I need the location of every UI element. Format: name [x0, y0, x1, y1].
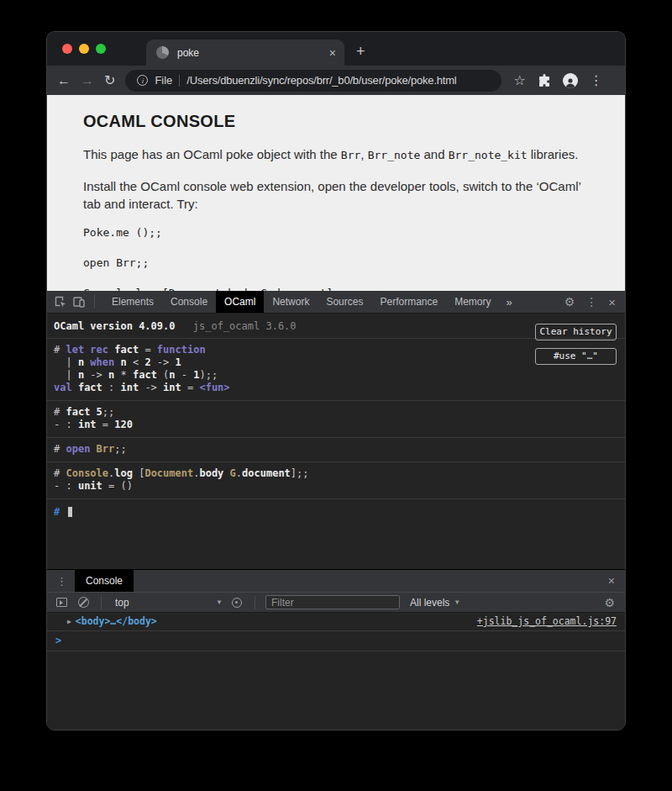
console-drawer: ⋮ Console × top ▼ All levels ▼ ⚙ ▶ <b	[47, 569, 625, 730]
console-messages: ▶ <body>…</body> +jslib_js_of_ocaml.js:9…	[47, 613, 625, 730]
toolbar-divider	[101, 596, 102, 609]
ocaml-version: OCaml version 4.09.0	[54, 320, 176, 332]
inspect-element-icon[interactable]	[54, 295, 67, 308]
context-label: top	[115, 597, 129, 609]
console-message-row[interactable]: ▶ <body>…</body> +jslib_js_of_ocaml.js:9…	[47, 613, 625, 631]
navbar-right: ☆ ⋮	[513, 73, 602, 88]
browser-titlebar: poke × +	[47, 32, 625, 66]
message-source-link[interactable]: +jslib_js_of_ocaml.js:97	[477, 615, 617, 627]
clear-console-icon[interactable]	[76, 595, 91, 610]
traffic-lights	[47, 32, 121, 66]
tab-ocaml[interactable]: OCaml	[216, 291, 264, 313]
device-toolbar-icon[interactable]	[72, 295, 86, 308]
console-settings-gear-icon[interactable]: ⚙	[604, 596, 618, 609]
tab-title: poke	[177, 47, 329, 59]
maximize-window-button[interactable]	[96, 44, 106, 54]
ocaml-input-line[interactable]: #	[47, 499, 625, 525]
live-expression-eye-icon[interactable]	[229, 595, 244, 610]
page-title: OCAML CONSOLE	[83, 112, 591, 131]
devtools-menu-dots-icon[interactable]: ⋮	[585, 296, 597, 308]
expand-triangle-icon[interactable]: ▶	[67, 618, 71, 625]
tab-console[interactable]: Console	[162, 291, 216, 313]
code-line: - : int = 120	[54, 419, 618, 431]
back-icon[interactable]: ←	[57, 74, 71, 87]
settings-gear-icon[interactable]: ⚙	[564, 296, 575, 308]
tab-elements[interactable]: Elements	[103, 291, 162, 313]
log-levels-label: All levels	[410, 597, 449, 609]
tab-performance[interactable]: Performance	[371, 291, 446, 313]
example-code-line: open Brr;;	[83, 256, 591, 269]
page-info-icon[interactable]: i	[137, 75, 148, 86]
filter-input[interactable]	[265, 595, 400, 609]
ocaml-prompt: #	[54, 506, 66, 518]
extensions-puzzle-icon[interactable]	[538, 74, 551, 87]
toolbar-divider	[255, 596, 255, 609]
address-url[interactable]: /Users/dbuenzli/sync/repos/brr/_b0/b/use…	[186, 74, 456, 87]
code-line: # let rec fact = function	[54, 344, 618, 356]
code-line: # Console.log [Document.body G.document]…	[54, 467, 618, 480]
devtools-close-icon[interactable]: ×	[608, 296, 616, 308]
intro-paragraph: This page has an OCaml poke object with …	[83, 145, 591, 164]
new-tab-button[interactable]: +	[356, 43, 365, 61]
console-prompt-icon: >	[55, 635, 61, 646]
minimize-window-button[interactable]	[79, 44, 89, 54]
code-line: | n when n < 2 -> 1	[54, 356, 618, 369]
drawer-close-icon[interactable]: ×	[608, 570, 625, 592]
drawer-tabrow: ⋮ Console ×	[47, 570, 625, 592]
tab-favicon-icon	[156, 46, 169, 59]
code-line: # fact 5;;	[54, 406, 618, 419]
drawer-tab-console[interactable]: Console	[75, 570, 134, 592]
address-scheme: File	[155, 74, 172, 87]
browser-tab[interactable]: poke ×	[146, 40, 344, 66]
console-sidebar-icon[interactable]	[54, 595, 69, 610]
address-divider	[179, 75, 180, 87]
tab-sources[interactable]: Sources	[318, 291, 371, 313]
console-input-row[interactable]: >	[47, 631, 625, 651]
chevron-down-icon: ▼	[454, 599, 460, 606]
ocaml-buttons: Clear history #use "…"	[535, 324, 617, 365]
browser-navbar: ← → ↻ i File /Users/dbuenzli/sync/repos/…	[47, 66, 625, 95]
ocaml-block: # Console.log [Document.body G.document]…	[47, 462, 625, 499]
log-levels-selector[interactable]: All levels ▼	[410, 597, 460, 609]
profile-avatar[interactable]	[563, 73, 578, 88]
jsoo-version: js_of_ocaml 3.6.0	[193, 320, 297, 332]
toolbar-divider	[94, 295, 95, 308]
ocaml-block: # fact 5;;- : int = 120	[47, 401, 625, 438]
browser-window: poke × + ← → ↻ i File /Users/dbuenzli/sy…	[46, 31, 626, 730]
tab-network[interactable]: Network	[264, 291, 318, 313]
devtools-toolbar-left	[47, 295, 103, 308]
context-selector[interactable]: top ▼	[112, 597, 223, 609]
web-page-content: OCAML CONSOLE This page has an OCaml pok…	[47, 95, 625, 291]
devtools-toolbar: Elements Console OCaml Network Sources P…	[47, 291, 625, 314]
bookmark-star-icon[interactable]: ☆	[513, 74, 525, 87]
close-window-button[interactable]	[62, 44, 72, 54]
code-line: # open Brr;;	[54, 443, 618, 456]
drawer-toolbar: top ▼ All levels ▼ ⚙	[47, 592, 625, 613]
browser-menu-dots-icon[interactable]: ⋮	[590, 74, 603, 87]
address-bar[interactable]: i File /Users/dbuenzli/sync/repos/brr/_b…	[125, 70, 501, 92]
tab-memory[interactable]: Memory	[446, 291, 499, 313]
drawer-menu-dots-icon[interactable]: ⋮	[47, 570, 75, 592]
code-line: - : unit = ()	[54, 480, 618, 493]
devtools-tabs: Elements Console OCaml Network Sources P…	[103, 291, 519, 313]
logged-element[interactable]: <body>…</body>	[76, 615, 157, 627]
text-cursor	[68, 507, 72, 517]
example-code-line: Poke.me ();;	[83, 226, 591, 239]
code-line: | n -> n * fact (n - 1);;	[54, 369, 618, 382]
chevron-down-icon: ▼	[216, 599, 223, 606]
tab-close-icon[interactable]: ×	[329, 47, 336, 59]
clear-history-button[interactable]: Clear history	[535, 324, 617, 340]
more-tabs-icon[interactable]: »	[500, 291, 519, 313]
install-paragraph: Install the OCaml console web extension,…	[83, 177, 591, 213]
ocaml-block: # open Brr;;	[47, 438, 625, 462]
devtools-toolbar-right: ⚙ ⋮ ×	[564, 296, 625, 308]
ocaml-panel: OCaml version 4.09.0 js_of_ocaml 3.6.0 #…	[47, 314, 625, 569]
reload-icon[interactable]: ↻	[104, 74, 115, 87]
code-line: val fact : int -> int = <fun>	[54, 382, 618, 394]
forward-icon[interactable]: →	[81, 74, 94, 87]
use-file-button[interactable]: #use "…"	[535, 348, 617, 365]
